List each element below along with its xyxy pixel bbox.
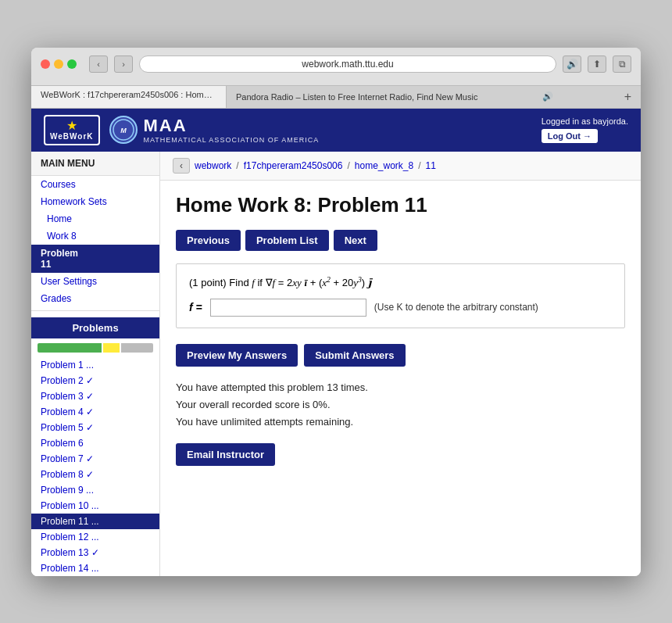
action-buttons: Previous Problem List Next [160, 224, 641, 257]
browser-titlebar: ‹ › webwork.math.ttu.edu 🔊 ⬆ ⧉ [31, 48, 641, 86]
tab-pandora[interactable]: Pandora Radio – Listen to Free Internet … [227, 86, 641, 108]
maa-full-name: MATHEMATICAL ASSOCIATION OF AMERICA [144, 136, 320, 144]
app-header: ★ WeBWorK M MAA MATHEMATICAL ASSOCIATION… [31, 109, 641, 152]
maximize-button[interactable] [67, 59, 77, 69]
problem-list: Problem 1 ...Problem 2 ✓Problem 3 ✓Probl… [31, 357, 159, 576]
browser-window: ‹ › webwork.math.ttu.edu 🔊 ⬆ ⧉ WeBWorK :… [31, 48, 641, 576]
webwork-text: WeBWorK [50, 132, 94, 141]
problem-list-item-8[interactable]: Problem 8 ✓ [31, 467, 159, 482]
tab-sound-icon: 🔊 [542, 91, 553, 102]
sidebar-item-problem11[interactable]: Problem11 [31, 245, 159, 273]
breadcrumb-sep2: / [347, 160, 349, 171]
address-bar[interactable]: webwork.math.ttu.edu [139, 55, 556, 73]
progress-bar [31, 338, 159, 357]
submit-row: Preview My Answers Submit Answers [160, 335, 641, 376]
problem-points: (1 point) [189, 277, 227, 288]
sidebar-item-grades[interactable]: Grades [31, 290, 159, 307]
sidebar: MAIN MENU Courses Homework Sets Home Wor… [31, 152, 160, 576]
problem-list-item-14[interactable]: Problem 14 ... [31, 560, 159, 576]
attempt-info: You have attempted this problem 13 times… [160, 376, 641, 440]
problem-list-item-7[interactable]: Problem 7 ✓ [31, 451, 159, 467]
problem-list-item-10[interactable]: Problem 10 ... [31, 498, 159, 514]
logged-in-text: Logged in as bayjorda. [542, 116, 628, 126]
breadcrumb-hw[interactable]: home_work_8 [355, 160, 413, 171]
tab-webwork[interactable]: WeBWorK : f17chpereram2450s006 : Home_Wo… [31, 86, 227, 108]
progress-yellow [103, 343, 120, 353]
back-nav-button[interactable]: ‹ [89, 55, 108, 73]
page-title: Home Work 8: Problem 11 [160, 181, 641, 224]
webwork-logo: ★ WeBWorK [44, 115, 100, 145]
sidebar-item-homework-sets[interactable]: Homework Sets [31, 193, 159, 210]
sidebar-item-work8[interactable]: Work 8 [31, 227, 159, 245]
sidebar-divider [31, 310, 159, 311]
answer-input[interactable] [210, 299, 366, 317]
problem-list-item-12[interactable]: Problem 12 ... [31, 529, 159, 545]
progress-gray [121, 343, 153, 353]
traffic-lights [41, 59, 77, 69]
breadcrumb-webwork[interactable]: webwork [195, 160, 231, 171]
sidebar-item-home[interactable]: Home [31, 210, 159, 227]
breadcrumb-course[interactable]: f17chpereram2450s006 [244, 160, 343, 171]
attempt-line3: You have unlimited attempts remaining. [176, 414, 625, 431]
problem-list-item-11[interactable]: Problem 11 ... [31, 514, 159, 529]
breadcrumb-num[interactable]: 11 [426, 160, 436, 171]
sidebar-item-courses[interactable]: Courses [31, 176, 159, 193]
sound-icon: 🔊 [563, 55, 581, 73]
problem-list-item-5[interactable]: Problem 5 ✓ [31, 420, 159, 435]
breadcrumb-sep3: / [418, 160, 420, 171]
header-left: ★ WeBWorK M MAA MATHEMATICAL ASSOCIATION… [44, 115, 319, 145]
maa-emblem-icon: M [109, 116, 138, 144]
problem-list-item-6[interactable]: Problem 6 [31, 435, 159, 451]
browser-controls: ‹ › webwork.math.ttu.edu 🔊 ⬆ ⧉ [41, 55, 631, 73]
star-icon: ★ [50, 120, 94, 132]
problem-instruction: Find f if ∇f = 2xy ī + (x2 + 20y3) j̄ [229, 277, 371, 288]
breadcrumb-back-button[interactable]: ‹ [173, 158, 190, 174]
submit-button[interactable]: Submit Answers [304, 344, 405, 367]
maa-logo: M MAA MATHEMATICAL ASSOCIATION OF AMERIC… [109, 116, 320, 144]
breadcrumb-sep1: / [236, 160, 238, 171]
maa-abbr: MAA [144, 116, 320, 136]
maa-text: MAA MATHEMATICAL ASSOCIATION OF AMERICA [144, 116, 320, 144]
problem-list-item-1[interactable]: Problem 1 ... [31, 357, 159, 373]
breadcrumb: ‹ webwork / f17chpereram2450s006 / home_… [160, 152, 641, 181]
next-button[interactable]: Next [334, 230, 377, 251]
answer-hint: (Use K to denote the arbitrary constant) [374, 302, 538, 313]
header-right: Logged in as bayjorda. Log Out → [542, 116, 628, 143]
browser-tabs: WeBWorK : f17chpereram2450s006 : Home_Wo… [31, 86, 641, 109]
problem-list-item-4[interactable]: Problem 4 ✓ [31, 404, 159, 420]
main-menu-label: MAIN MENU [31, 152, 159, 176]
problem-text: (1 point) Find f if ∇f = 2xy ī + (x2 + 2… [189, 275, 612, 289]
attempt-line2: Your overall recorded score is 0%. [176, 396, 625, 414]
minimize-button[interactable] [54, 59, 63, 69]
attempt-line1: You have attempted this problem 13 times… [176, 379, 625, 396]
problem-list-item-13[interactable]: Problem 13 ✓ [31, 545, 159, 560]
svg-text:M: M [120, 127, 127, 134]
content-area: ‹ webwork / f17chpereram2450s006 / home_… [160, 152, 641, 576]
progress-green [38, 343, 102, 353]
answer-row: f = (Use K to denote the arbitrary const… [189, 299, 612, 317]
preview-button[interactable]: Preview My Answers [176, 344, 298, 367]
problem-list-item-3[interactable]: Problem 3 ✓ [31, 388, 159, 404]
logout-button[interactable]: Log Out → [542, 129, 598, 143]
problem-list-button[interactable]: Problem List [245, 230, 329, 251]
sidebar-item-user-settings[interactable]: User Settings [31, 273, 159, 290]
problem-box: (1 point) Find f if ∇f = 2xy ī + (x2 + 2… [176, 263, 625, 328]
close-button[interactable] [41, 59, 50, 69]
share-icon: ⬆ [588, 55, 606, 73]
problem-list-item-2[interactable]: Problem 2 ✓ [31, 373, 159, 388]
answer-label: f = [189, 301, 202, 313]
problems-header: Problems [31, 317, 159, 338]
add-tab-icon[interactable]: + [624, 90, 631, 104]
previous-button[interactable]: Previous [176, 230, 241, 251]
app-container: ★ WeBWorK M MAA MATHEMATICAL ASSOCIATION… [31, 109, 641, 576]
forward-nav-button[interactable]: › [114, 55, 133, 73]
problem-list-item-9[interactable]: Problem 9 ... [31, 482, 159, 498]
main-layout: MAIN MENU Courses Homework Sets Home Wor… [31, 152, 641, 576]
new-window-icon: ⧉ [613, 55, 631, 73]
email-instructor-button[interactable]: Email Instructor [176, 443, 275, 466]
